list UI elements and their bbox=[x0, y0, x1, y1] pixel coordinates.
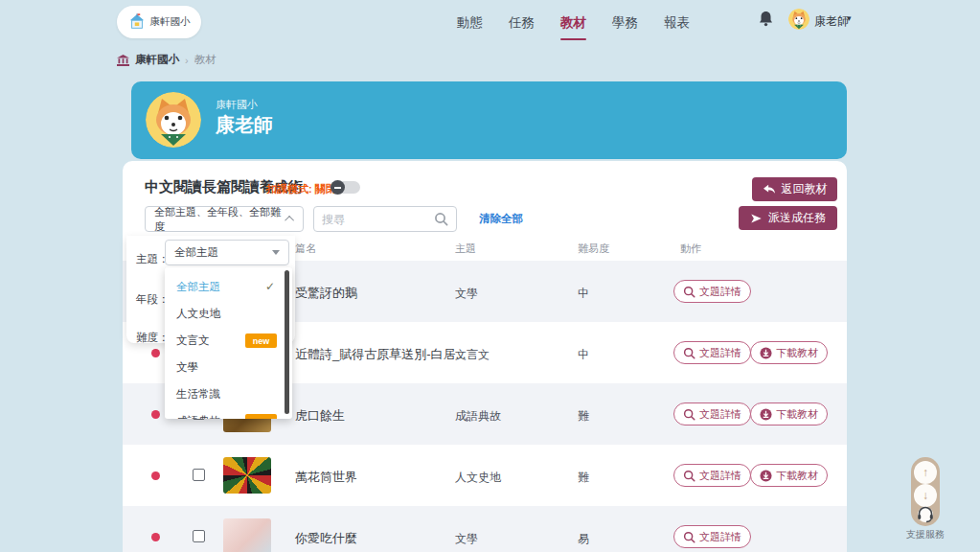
column-header-title: 篇名 bbox=[295, 242, 316, 256]
download-button-label: 下載教材 bbox=[776, 346, 818, 360]
support-widget: ↑ ↓ bbox=[911, 457, 940, 526]
nav-tab-reports[interactable]: 報表 bbox=[664, 14, 690, 32]
assign-as-task-button[interactable]: 派送成任務 bbox=[739, 206, 837, 230]
detail-button[interactable]: 文題詳情 bbox=[673, 280, 751, 303]
dropdown-item-label: 文言文 bbox=[176, 334, 210, 348]
detail-button[interactable]: 文題詳情 bbox=[673, 525, 751, 548]
send-icon bbox=[750, 213, 763, 224]
breadcrumb-separator: › bbox=[185, 55, 189, 66]
download-button[interactable]: 下載教材 bbox=[750, 464, 828, 487]
user-name[interactable]: 康老師 bbox=[814, 13, 849, 30]
column-header-difficulty: 難易度 bbox=[578, 242, 609, 256]
teacher-banner: 康軒國小 康老師 bbox=[131, 81, 847, 159]
detail-button[interactable]: 文題詳情 bbox=[673, 464, 751, 487]
chevron-down-icon bbox=[272, 250, 280, 255]
dropdown-item-label: 人文史地 bbox=[176, 307, 220, 321]
teacher-avatar bbox=[146, 92, 201, 148]
banner-teacher-name: 康老師 bbox=[216, 112, 273, 138]
back-button-label: 返回教材 bbox=[782, 181, 828, 197]
detail-button[interactable]: 文題詳情 bbox=[673, 402, 751, 426]
dropdown-item-classical-chinese[interactable]: 文言文 new bbox=[165, 327, 292, 354]
dropdown-item-label: 全部主題 bbox=[176, 280, 220, 294]
magnifier-icon bbox=[683, 347, 695, 359]
dropdown-scrollbar[interactable] bbox=[285, 270, 289, 414]
article-theme: 成語典故 bbox=[455, 408, 501, 425]
article-difficulty: 中 bbox=[578, 347, 589, 363]
row-checkbox[interactable] bbox=[193, 530, 205, 542]
assign-button-label: 派送成任務 bbox=[768, 210, 826, 226]
school-logo[interactable]: 康軒國小 bbox=[117, 6, 201, 38]
theme-select-value: 全部主題 bbox=[174, 245, 272, 260]
app-screen: 康軒國小 動態 任務 教材 學務 報表 康老師 ▾ 康軒國小 › 教材 bbox=[0, 0, 980, 552]
download-button-label: 下載教材 bbox=[776, 469, 818, 483]
search-input[interactable] bbox=[322, 213, 434, 226]
new-badge: new bbox=[245, 414, 277, 419]
main-nav: 動態 任務 教材 學務 報表 bbox=[457, 14, 690, 32]
user-menu-caret-icon[interactable]: ▾ bbox=[847, 13, 852, 23]
user-avatar[interactable] bbox=[788, 9, 809, 30]
toggle-knob-minus-icon bbox=[330, 180, 345, 195]
support-label: 支援服務 bbox=[903, 528, 947, 541]
back-to-materials-button[interactable]: 返回教材 bbox=[752, 177, 837, 201]
dropdown-item-label: 成語典故 bbox=[176, 414, 220, 420]
deduct-mode-label: 扣課模式: 關閉 bbox=[266, 182, 336, 196]
deduct-mode-toggle[interactable] bbox=[330, 180, 361, 195]
article-difficulty: 難 bbox=[578, 470, 589, 486]
dropdown-item-all-themes[interactable]: 全部主題 ✓ bbox=[165, 273, 292, 300]
dropdown-item-label: 生活常識 bbox=[176, 387, 220, 402]
nav-tab-affairs[interactable]: 學務 bbox=[612, 14, 638, 32]
column-header-action: 動作 bbox=[680, 242, 701, 256]
magnifier-icon bbox=[683, 408, 695, 421]
back-arrow-icon bbox=[763, 184, 776, 196]
row-checkbox[interactable] bbox=[193, 469, 205, 481]
dropdown-item-life-knowledge[interactable]: 生活常識 bbox=[165, 380, 292, 407]
school-house-icon bbox=[128, 13, 146, 31]
down-arrow-icon: ↓ bbox=[923, 489, 928, 502]
article-title: 萬花筒世界 bbox=[295, 469, 357, 486]
theme-select[interactable]: 全部主題 bbox=[165, 240, 289, 265]
nav-tab-materials[interactable]: 教材 bbox=[560, 14, 586, 32]
dropdown-item-label: 文學 bbox=[176, 360, 198, 375]
column-header-theme: 主題 bbox=[455, 242, 476, 256]
chevron-up-icon bbox=[285, 216, 294, 225]
search-box[interactable] bbox=[313, 206, 457, 232]
article-title: 受驚訝的鵝 bbox=[295, 285, 357, 302]
magnifier-icon bbox=[683, 531, 695, 543]
nav-tab-tasks[interactable]: 任務 bbox=[509, 14, 535, 32]
unread-dot bbox=[151, 349, 160, 357]
notification-bell-icon[interactable] bbox=[759, 11, 773, 27]
detail-button-label: 文題詳情 bbox=[699, 285, 741, 299]
magnifier-icon bbox=[683, 286, 695, 298]
filter-summary-select[interactable]: 全部主題、全年段、全部難度 bbox=[145, 206, 304, 232]
school-building-icon bbox=[117, 55, 129, 66]
article-title: 虎口餘生 bbox=[295, 407, 345, 425]
article-title: 你愛吃什麼 bbox=[295, 530, 357, 547]
article-difficulty: 中 bbox=[578, 286, 589, 302]
magnifier-icon bbox=[683, 470, 695, 482]
download-icon bbox=[760, 408, 772, 421]
detail-button[interactable]: 文題詳情 bbox=[673, 341, 751, 364]
check-icon: ✓ bbox=[265, 280, 275, 293]
download-button[interactable]: 下載教材 bbox=[750, 402, 828, 426]
unread-dot bbox=[151, 533, 160, 541]
nav-tab-feed[interactable]: 動態 bbox=[457, 14, 483, 32]
dropdown-item-humanities[interactable]: 人文史地 bbox=[165, 300, 292, 327]
scroll-down-button[interactable]: ↓ bbox=[914, 484, 937, 507]
download-button[interactable]: 下載教材 bbox=[750, 341, 828, 364]
scroll-up-button[interactable]: ↑ bbox=[914, 461, 937, 484]
download-button-label: 下載教材 bbox=[776, 407, 818, 422]
headset-icon[interactable] bbox=[916, 505, 935, 523]
dropdown-item-literature[interactable]: 文學 bbox=[165, 354, 292, 380]
table-row: 你愛吃什麼 文學 易 文題詳情 bbox=[123, 506, 847, 552]
detail-button-label: 文題詳情 bbox=[699, 346, 741, 360]
article-title: 近體詩_賦得古原草送別-白居... bbox=[295, 346, 466, 363]
detail-button-label: 文題詳情 bbox=[699, 469, 741, 483]
dropdown-item-idioms[interactable]: 成語典故 new bbox=[165, 407, 292, 419]
article-theme: 人文史地 bbox=[455, 470, 501, 486]
banner-school-name: 康軒國小 bbox=[216, 98, 258, 112]
clear-all-link[interactable]: 清除全部 bbox=[479, 212, 523, 226]
new-badge: new bbox=[245, 334, 277, 348]
table-row: 萬花筒世界 人文史地 難 文題詳情 下載教材 bbox=[123, 445, 847, 506]
breadcrumb-school[interactable]: 康軒國小 bbox=[135, 53, 179, 67]
breadcrumb: 康軒國小 › 教材 bbox=[117, 53, 217, 67]
